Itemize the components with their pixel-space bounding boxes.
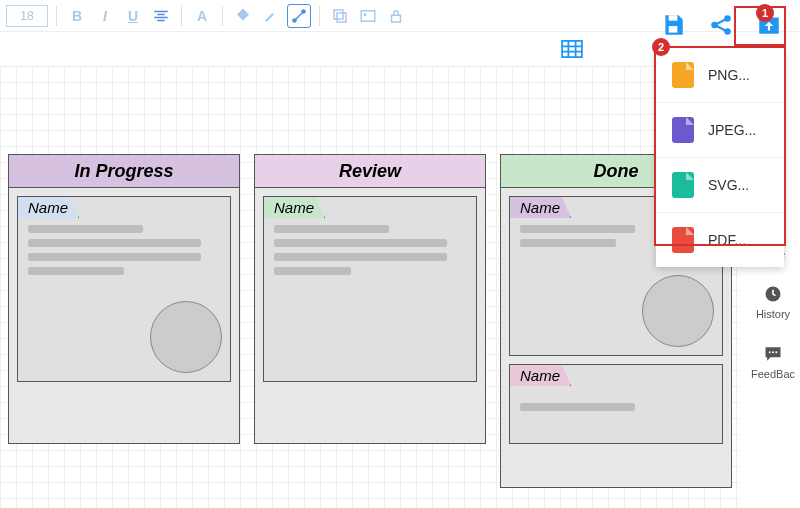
- underline-button[interactable]: U: [121, 4, 145, 28]
- svg-point-5: [364, 13, 367, 16]
- placeholder-avatar: [642, 275, 714, 347]
- save-button[interactable]: [658, 10, 688, 40]
- export-menu: PNG... JPEG... SVG... PDF...: [656, 48, 784, 267]
- placeholder-line: [520, 225, 635, 233]
- export-pdf[interactable]: PDF...: [656, 213, 784, 267]
- align-button[interactable]: [149, 4, 173, 28]
- svg-rect-8: [669, 26, 678, 33]
- kanban-board: In Progress Name Review Name: [0, 66, 740, 488]
- placeholder-line: [274, 225, 389, 233]
- export-png[interactable]: PNG...: [656, 48, 784, 103]
- column-in-progress[interactable]: In Progress Name: [8, 154, 240, 488]
- svg-point-14: [769, 351, 771, 353]
- separator: [56, 6, 57, 26]
- pdf-icon: [672, 227, 694, 253]
- italic-button[interactable]: I: [93, 4, 117, 28]
- svg-point-15: [772, 351, 774, 353]
- placeholder-line: [28, 253, 201, 261]
- export-jpeg[interactable]: JPEG...: [656, 103, 784, 158]
- column-body: Name: [8, 188, 240, 444]
- column-body: Name: [254, 188, 486, 444]
- svg-icon: [672, 172, 694, 198]
- export-label: PNG...: [708, 67, 750, 83]
- placeholder-line: [28, 267, 124, 275]
- lock-button[interactable]: [384, 4, 408, 28]
- kanban-card[interactable]: Name: [17, 196, 231, 382]
- export-label: JPEG...: [708, 122, 756, 138]
- separator: [319, 6, 320, 26]
- card-title-tab: Name: [263, 196, 325, 218]
- separator: [222, 6, 223, 26]
- placeholder-line: [28, 225, 143, 233]
- right-panel: Style History FeedBac: [746, 248, 800, 380]
- svg-rect-6: [392, 15, 401, 22]
- svg-rect-4: [361, 10, 375, 21]
- png-icon: [672, 62, 694, 88]
- export-label: PDF...: [708, 232, 746, 248]
- column-review[interactable]: Review Name: [254, 154, 486, 488]
- svg-rect-2: [334, 10, 343, 19]
- placeholder-line: [274, 239, 447, 247]
- card-title-tab: Name: [17, 196, 79, 218]
- kanban-card[interactable]: Name: [263, 196, 477, 382]
- chat-icon: [763, 344, 783, 364]
- panel-label: History: [756, 308, 790, 320]
- separator: [181, 6, 182, 26]
- copy-button[interactable]: [328, 4, 352, 28]
- image-button[interactable]: [356, 4, 380, 28]
- placeholder-line: [274, 253, 447, 261]
- svg-point-16: [775, 351, 777, 353]
- canvas[interactable]: In Progress Name Review Name: [0, 66, 740, 508]
- panel-history[interactable]: History: [756, 284, 790, 320]
- fill-button[interactable]: [231, 4, 255, 28]
- export-svg[interactable]: SVG...: [656, 158, 784, 213]
- bold-button[interactable]: B: [65, 4, 89, 28]
- annotation-badge-1: 1: [756, 4, 774, 22]
- column-header[interactable]: Review: [254, 154, 486, 188]
- placeholder-avatar: [150, 301, 222, 373]
- svg-rect-12: [562, 41, 582, 57]
- font-size-input[interactable]: 18: [6, 5, 48, 27]
- card-title-tab: Name: [509, 364, 571, 386]
- share-button[interactable]: [706, 10, 736, 40]
- panel-label: FeedBac: [751, 368, 795, 380]
- connector-button[interactable]: [287, 4, 311, 28]
- placeholder-line: [28, 239, 201, 247]
- export-label: SVG...: [708, 177, 749, 193]
- svg-rect-7: [669, 15, 678, 20]
- panel-feedback[interactable]: FeedBac: [751, 344, 795, 380]
- brush-button[interactable]: [259, 4, 283, 28]
- table-button[interactable]: [558, 38, 586, 60]
- card-title-tab: Name: [509, 196, 571, 218]
- placeholder-line: [520, 239, 616, 247]
- column-header[interactable]: In Progress: [8, 154, 240, 188]
- text-color-button[interactable]: A: [190, 4, 214, 28]
- annotation-badge-2: 2: [652, 38, 670, 56]
- placeholder-line: [274, 267, 351, 275]
- jpeg-icon: [672, 117, 694, 143]
- kanban-card[interactable]: Name: [509, 364, 723, 444]
- svg-rect-3: [337, 13, 346, 22]
- placeholder-line: [520, 403, 635, 411]
- clock-icon: [763, 284, 783, 304]
